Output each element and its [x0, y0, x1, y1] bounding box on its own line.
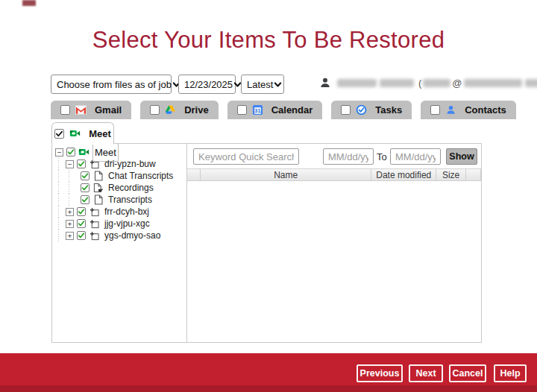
- restore-source-toolbar: Choose from files as of job 12/23/2025 L…: [51, 75, 284, 94]
- redacted-user-name: [380, 79, 414, 87]
- job-version-select[interactable]: Latest: [241, 75, 284, 94]
- chevron-down-icon: [273, 80, 283, 89]
- tree-guide: [55, 194, 66, 206]
- tab-tasks[interactable]: Tasks: [331, 101, 412, 119]
- tree-guide: [55, 206, 66, 218]
- tab-gmail[interactable]: Gmail: [51, 101, 131, 119]
- content-panels: −Meet−dri-ypzn-buwChat TranscriptsRecord…: [51, 143, 482, 343]
- collapse-toggle-icon[interactable]: −: [66, 160, 74, 168]
- job-version-select-value: Latest: [247, 79, 273, 90]
- search-row: To Show: [187, 144, 481, 168]
- tree-checkbox[interactable]: [77, 159, 86, 168]
- tree-node[interactable]: +ygs-dmyo-sao: [55, 230, 186, 241]
- job-source-select[interactable]: Choose from files as of job: [51, 75, 172, 94]
- page-title: Select Your Items To Be Restored: [0, 27, 537, 54]
- tree-node-label[interactable]: dri-ypzn-buw: [103, 159, 157, 169]
- expand-toggle-icon[interactable]: +: [66, 232, 74, 240]
- help-button[interactable]: Help: [494, 364, 527, 382]
- tree-checkbox[interactable]: [81, 171, 90, 180]
- tree-guide: [66, 194, 76, 206]
- tree-guide: [55, 182, 66, 194]
- tab-meet-label: Meet: [89, 128, 111, 139]
- tree-checkbox[interactable]: [77, 219, 86, 228]
- to-label: To: [377, 151, 387, 162]
- at-sign: @: [452, 78, 462, 89]
- job-date-select-value: 12/23/2025: [184, 79, 233, 90]
- meet-rooms-tree: −Meet−dri-ypzn-buwChat TranscriptsRecord…: [52, 144, 187, 342]
- column-header-date-modified[interactable]: Date modified: [371, 169, 436, 180]
- tab-drive-label: Drive: [184, 104, 209, 116]
- tab-drive[interactable]: Drive: [140, 101, 219, 119]
- checkmark-icon: [55, 130, 63, 138]
- tab-meet[interactable]: Meet: [51, 122, 114, 145]
- meet-icon: [78, 147, 90, 158]
- tree-node-label[interactable]: Recordings: [107, 183, 155, 193]
- tree-node-label[interactable]: frr-dcyh-bxj: [103, 206, 151, 217]
- tree-node[interactable]: +jjg-vjpu-xgc: [55, 218, 186, 230]
- recording-icon: [92, 183, 104, 194]
- tree-node[interactable]: −Meet: [55, 146, 186, 158]
- paren-open: (: [418, 78, 421, 89]
- column-header-spacer: [466, 169, 481, 180]
- show-button[interactable]: Show: [446, 148, 477, 165]
- tab-calendar-label: Calendar: [271, 104, 313, 116]
- document-icon: [92, 171, 104, 182]
- tree-checkbox[interactable]: [81, 195, 90, 204]
- redacted-email-tld: [525, 79, 537, 87]
- room-icon: [89, 206, 100, 218]
- tree-node[interactable]: Chat Transcripts: [55, 170, 186, 182]
- calendar-tab-checkbox[interactable]: [237, 105, 247, 115]
- meet-tab-checkbox[interactable]: [54, 129, 64, 139]
- tree-checkbox[interactable]: [81, 183, 90, 192]
- tab-gmail-label: Gmail: [95, 104, 122, 116]
- column-header-spacer: [187, 169, 201, 180]
- date-to-input[interactable]: [390, 148, 441, 165]
- tree-node-label[interactable]: jjg-vjpu-xgc: [103, 218, 151, 229]
- column-header-name[interactable]: Name: [201, 169, 371, 180]
- expand-toggle-icon[interactable]: +: [66, 208, 74, 216]
- contacts-tab-checkbox[interactable]: [430, 105, 440, 115]
- tree-checkbox[interactable]: [77, 231, 86, 240]
- room-icon: [89, 230, 100, 241]
- job-date-select[interactable]: 12/23/2025: [178, 75, 236, 94]
- tree-node[interactable]: Transcripts: [55, 194, 186, 206]
- person-icon: [319, 77, 331, 89]
- tree-guide: [66, 170, 76, 182]
- tree-node-label[interactable]: ygs-dmyo-sao: [103, 230, 162, 241]
- items-list-panel: To Show NameDate modifiedSize: [187, 144, 481, 342]
- cancel-button[interactable]: Cancel: [449, 364, 486, 382]
- service-tabs: GmailDrive31CalendarTasksContacts: [51, 101, 516, 119]
- gmail-icon: [75, 104, 87, 116]
- expand-toggle-icon[interactable]: +: [66, 220, 74, 228]
- tasks-tab-checkbox[interactable]: [341, 105, 351, 115]
- tree-node-label[interactable]: Chat Transcripts: [107, 171, 175, 181]
- document-icon: [92, 195, 104, 206]
- gmail-tab-checkbox[interactable]: [60, 105, 70, 115]
- collapse-toggle-icon[interactable]: −: [55, 148, 63, 157]
- keyword-search-input[interactable]: [193, 148, 299, 165]
- logo-fragment: [22, 0, 36, 6]
- tree-checkbox[interactable]: [66, 148, 75, 157]
- tree-node[interactable]: −dri-ypzn-buw: [55, 158, 186, 170]
- tree-checkbox[interactable]: [77, 207, 86, 216]
- room-icon: [89, 159, 100, 170]
- date-from-input[interactable]: [323, 148, 374, 165]
- restore-wizard-window: Select Your Items To Be Restored Choose …: [0, 0, 537, 392]
- tab-calendar[interactable]: 31Calendar: [227, 101, 323, 119]
- tree-node[interactable]: +frr-dcyh-bxj: [55, 206, 186, 218]
- tasks-icon: [356, 104, 367, 116]
- redacted-email-domain: [464, 79, 522, 87]
- redacted-email-local: [423, 79, 450, 87]
- tree-guide: [55, 218, 66, 230]
- contacts-icon: [445, 104, 456, 116]
- footer-shade: [0, 385, 537, 392]
- drive-tab-checkbox[interactable]: [150, 105, 160, 115]
- tab-contacts[interactable]: Contacts: [421, 101, 516, 119]
- redacted-user-name: [337, 79, 377, 87]
- next-button[interactable]: Next: [409, 364, 443, 382]
- previous-button[interactable]: Previous: [357, 364, 403, 382]
- tree-node-label[interactable]: Transcripts: [107, 195, 154, 205]
- column-header-size[interactable]: Size: [436, 169, 466, 180]
- account-info: ( @ ): [319, 77, 537, 89]
- tree-node[interactable]: Recordings: [55, 182, 186, 194]
